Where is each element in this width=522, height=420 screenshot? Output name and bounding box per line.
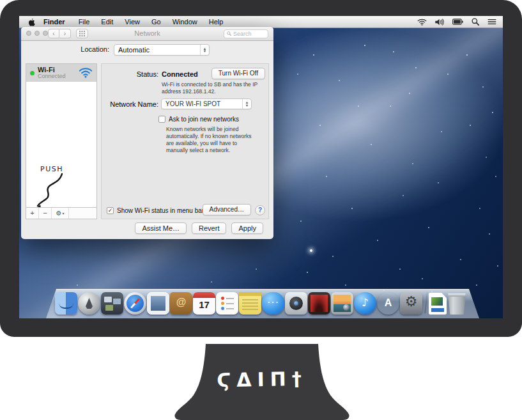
- reminders-icon[interactable]: [216, 292, 238, 315]
- gear-icon: ⚙: [56, 210, 62, 217]
- trash-icon[interactable]: [447, 293, 466, 315]
- location-label: Location:: [21, 45, 109, 53]
- menu-item-finder[interactable]: Finder: [43, 18, 65, 26]
- sidebar-item-wifi[interactable]: Wi-Fi Connected: [26, 64, 96, 82]
- window-titlebar[interactable]: ‹ › Network Search: [21, 27, 273, 41]
- launchpad-icon[interactable]: [78, 292, 100, 315]
- stepper-icon: ▲▼: [200, 45, 209, 55]
- turn-wifi-off-button[interactable]: Turn Wi-Fi Off: [211, 68, 265, 79]
- messages-icon[interactable]: [262, 292, 284, 315]
- service-action-menu-button[interactable]: ⚙▾: [52, 208, 69, 219]
- menu-item-help[interactable]: Help: [209, 18, 224, 26]
- volume-icon[interactable]: [435, 19, 444, 26]
- status-label: Status:: [102, 70, 158, 78]
- menu-item-view[interactable]: View: [125, 18, 140, 26]
- monitor-stand: ϚΔIΠ†: [168, 344, 356, 420]
- finder-icon[interactable]: [55, 292, 77, 315]
- bright-star: [310, 249, 312, 252]
- menu-item-edit[interactable]: Edit: [101, 18, 113, 26]
- menu-item-file[interactable]: File: [79, 18, 90, 26]
- stepper-icon: ▲▼: [242, 99, 251, 109]
- status-value: Connected: [162, 70, 198, 78]
- wifi-icon: [79, 67, 93, 79]
- show-wifi-status-label: Show Wi-Fi status in menu bar: [117, 207, 204, 214]
- ask-join-help-text: Known networks will be joined automatica…: [166, 126, 258, 154]
- photobooth-icon[interactable]: [308, 292, 330, 315]
- facetime-icon[interactable]: [285, 292, 307, 315]
- menu-bar-status-icons: [417, 18, 496, 26]
- search-input[interactable]: Search: [224, 29, 268, 38]
- menu-items: FinderFileEditViewGoWindowHelp: [38, 18, 229, 26]
- apple-logo-icon[interactable]: [28, 18, 35, 26]
- sysprefs-icon[interactable]: [400, 292, 422, 315]
- dock-divider: [423, 290, 428, 315]
- contacts-icon[interactable]: [170, 292, 192, 315]
- network-name-select[interactable]: YOUR WI-FI SPOT ▲▼: [161, 98, 252, 109]
- window-footer-buttons: Assist Me… Revert Apply: [135, 222, 263, 234]
- brand-logo: ϚΔIΠ†: [168, 366, 357, 392]
- mail-icon[interactable]: [147, 292, 169, 315]
- revert-button[interactable]: Revert: [192, 222, 226, 234]
- network-name-label: Network Name:: [102, 100, 158, 108]
- menu-item-go[interactable]: Go: [151, 18, 161, 26]
- document-icon[interactable]: [429, 293, 447, 315]
- remove-service-button[interactable]: −: [39, 208, 52, 219]
- sidebar-footer: + − ⚙▾: [26, 207, 96, 219]
- dock: 17: [46, 289, 479, 318]
- menu-item-window[interactable]: Window: [173, 18, 197, 26]
- battery-icon[interactable]: [452, 19, 463, 25]
- push-annotation-label: PUSH: [40, 165, 63, 173]
- safari-icon[interactable]: [124, 292, 146, 315]
- wifi-settings-panel: Status: Connected Turn Wi-Fi Off Wi-Fi i…: [101, 63, 269, 219]
- calendar-icon[interactable]: 17: [193, 292, 215, 315]
- missioncontrol-icon[interactable]: [101, 292, 123, 315]
- ask-join-checkbox[interactable]: [158, 116, 165, 123]
- location-value: Automatic: [114, 46, 200, 54]
- ask-join-label: Ask to join new networks: [169, 116, 239, 123]
- network-name-value: YOUR WI-FI SPOT: [162, 100, 242, 107]
- search-icon: [227, 31, 231, 36]
- wifi-icon[interactable]: [417, 19, 427, 26]
- status-dot-green: [30, 71, 35, 75]
- service-status: Connected: [38, 74, 66, 80]
- network-preferences-window: ‹ › Network Search Location: Automatic ▲…: [21, 27, 273, 239]
- itunes-icon[interactable]: [354, 292, 376, 315]
- calendar-date-label: 17: [193, 299, 215, 310]
- show-wifi-status-checkbox[interactable]: ✓: [107, 207, 114, 214]
- status-description: Wi-Fi is connected to SB and has the IP …: [162, 81, 264, 95]
- advanced-button[interactable]: Advanced…: [203, 204, 251, 215]
- apply-button[interactable]: Apply: [231, 222, 263, 234]
- services-sidebar: Wi-Fi Connected PUSH + − ⚙▾: [26, 63, 97, 219]
- search-placeholder: Search: [233, 31, 252, 37]
- screen: FinderFileEditViewGoWindowHelp ‹ › Netw: [19, 16, 503, 318]
- chevron-down-icon: ▾: [62, 212, 64, 215]
- assist-me-button[interactable]: Assist Me…: [135, 222, 187, 234]
- location-row: Location: Automatic ▲▼: [21, 40, 273, 59]
- spotlight-icon[interactable]: [472, 18, 479, 26]
- location-select[interactable]: Automatic ▲▼: [114, 44, 210, 56]
- notification-list-icon[interactable]: [487, 19, 496, 25]
- appstore-icon[interactable]: [377, 292, 399, 315]
- notes-icon[interactable]: [239, 292, 261, 315]
- add-service-button[interactable]: +: [26, 208, 39, 219]
- push-arrow-annotation: [26, 64, 98, 220]
- help-button[interactable]: ?: [255, 205, 265, 215]
- dock-icons: 17: [55, 290, 466, 315]
- iphoto-icon[interactable]: [331, 292, 353, 315]
